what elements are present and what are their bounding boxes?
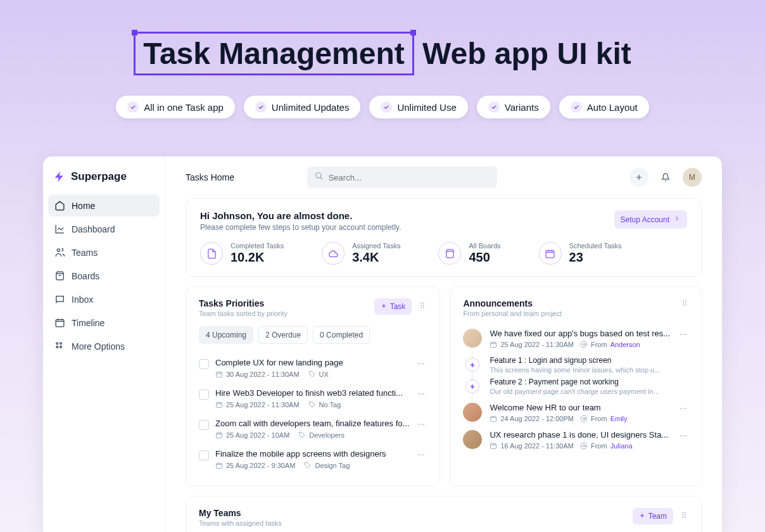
svg-point-3 (60, 343, 62, 345)
svg-point-51 (682, 512, 683, 514)
add-button[interactable] (629, 168, 648, 187)
svg-point-25 (424, 424, 425, 425)
task-menu-button[interactable] (415, 388, 427, 402)
svg-rect-22 (217, 433, 222, 438)
sidebar-item-home[interactable]: Home (48, 194, 160, 217)
task-item: Zoom call with developers team, finalize… (199, 414, 427, 444)
svg-point-24 (421, 424, 422, 425)
svg-point-6 (315, 173, 320, 178)
task-date: 30 Aug 2022 - 11:30AM (215, 370, 300, 378)
setup-account-button[interactable]: Setup Account (614, 210, 687, 229)
announcement-menu-button[interactable] (678, 329, 689, 348)
svg-point-15 (418, 363, 419, 364)
svg-point-47 (583, 445, 585, 447)
stat-icon (438, 242, 461, 265)
announcement-feature: Feature 2 : Payment page not workingOur … (463, 377, 689, 395)
stat-icon (322, 242, 345, 265)
announcement-date: 16 Aug 2022 - 11:30AM (490, 442, 574, 450)
feature-pill: Variants (477, 96, 550, 118)
svg-point-43 (680, 408, 681, 409)
drag-handle-icon[interactable] (418, 301, 427, 312)
page-title: Tasks Home (186, 172, 234, 182)
task-checkbox[interactable] (199, 390, 209, 400)
announcement-title: We have fixed our app's bugs based on te… (490, 329, 670, 338)
announcement-avatar (463, 329, 482, 348)
stat-item: Scheduled Tasks23 (539, 242, 622, 265)
task-title: Zoom call with developers team, finalize… (215, 419, 409, 428)
hero-title: Task Management Web app UI kit (134, 32, 631, 75)
task-tag: No Tag (308, 401, 341, 408)
announcements-panel: Announcements From personal and team pro… (450, 286, 702, 486)
filter-chip[interactable]: 2 Overdue (258, 326, 308, 344)
svg-point-48 (680, 435, 681, 436)
svg-point-53 (682, 514, 683, 516)
filter-chip[interactable]: 4 Upcoming (199, 326, 253, 344)
announcement-avatar (463, 430, 482, 449)
svg-point-4 (56, 346, 58, 348)
announcements-subtitle: From personal and team project (463, 310, 562, 317)
check-icon (127, 101, 139, 113)
priorities-title: Tasks Priorities (199, 298, 288, 308)
priorities-panel: Tasks Priorities Team tasks sorted by pr… (186, 286, 440, 486)
brand: Superpage (48, 163, 160, 194)
check-icon (381, 101, 392, 113)
add-task-button[interactable]: Task (374, 298, 412, 315)
task-menu-button[interactable] (415, 449, 427, 463)
sidebar-item-inbox[interactable]: Inbox (48, 288, 160, 310)
task-title: Complete UX for new landing page (215, 358, 409, 367)
svg-point-38 (680, 334, 681, 335)
task-menu-button[interactable] (415, 419, 427, 433)
svg-point-42 (583, 418, 585, 420)
task-checkbox[interactable] (199, 359, 209, 369)
svg-point-11 (423, 305, 424, 306)
announcement-from: From Emily (580, 415, 628, 422)
task-date: 25 Aug 2022 - 9:30AM (215, 462, 295, 469)
task-checkbox[interactable] (199, 420, 209, 430)
bolt-icon (465, 358, 479, 372)
announcement-title: UX research phase 1 is done, UI designer… (490, 430, 670, 440)
myteams-subtitle: Teams with assigned tasks (199, 519, 282, 527)
search-input-wrap[interactable] (307, 167, 497, 188)
add-team-button[interactable]: Team (633, 508, 673, 524)
feature-pill: Unlimited Use (369, 96, 467, 118)
svg-point-31 (685, 300, 686, 301)
myteams-title: My Teams (199, 508, 282, 518)
announcement-item: Welcome New HR to our team24 Aug 2022 - … (463, 399, 689, 426)
svg-point-28 (421, 454, 422, 455)
task-tag: Developers (298, 431, 345, 439)
brand-name: Superpage (71, 170, 127, 183)
svg-point-49 (683, 435, 684, 436)
search-input[interactable] (329, 173, 490, 182)
svg-point-56 (685, 517, 686, 518)
sidebar-item-more-options[interactable]: More Options (48, 335, 160, 357)
svg-point-13 (423, 307, 424, 308)
drag-handle-icon[interactable] (680, 510, 688, 522)
user-avatar[interactable]: M (683, 168, 702, 187)
stat-item: Completed Tasks10.2K (200, 242, 284, 265)
stat-icon (539, 242, 562, 265)
announcement-date: 25 Aug 2022 - 11:30AM (490, 341, 574, 348)
sidebar-item-teams[interactable]: Teams (48, 241, 160, 263)
task-title: Finalize the mobile app screens with des… (215, 449, 409, 459)
sidebar-item-dashboard[interactable]: Dashboard (48, 218, 160, 240)
stat-icon (200, 242, 223, 265)
myteams-panel: My Teams Teams with assigned tasks Team (186, 496, 702, 532)
chevron-right-icon (673, 215, 681, 224)
task-menu-button[interactable] (415, 358, 427, 372)
filter-chip[interactable]: 0 Completed (313, 326, 370, 344)
task-date: 25 Aug 2022 - 11:30AM (215, 401, 300, 408)
announcement-menu-button[interactable] (678, 403, 689, 422)
stat-item: Assigned Tasks3.4K (322, 242, 400, 265)
bolt-icon (465, 379, 479, 393)
sidebar-item-timeline[interactable]: Timeline (48, 312, 160, 334)
drag-handle-icon[interactable] (680, 298, 689, 310)
announcement-date: 24 Aug 2022 - 12:00PM (490, 415, 574, 422)
svg-point-30 (683, 300, 685, 301)
announcement-menu-button[interactable] (678, 430, 689, 450)
plus-icon (381, 302, 387, 311)
task-checkbox[interactable] (199, 450, 209, 460)
svg-rect-14 (217, 372, 222, 377)
svg-point-29 (424, 454, 425, 455)
sidebar-item-boards[interactable]: Boards (48, 265, 160, 287)
notifications-button[interactable] (656, 168, 675, 187)
